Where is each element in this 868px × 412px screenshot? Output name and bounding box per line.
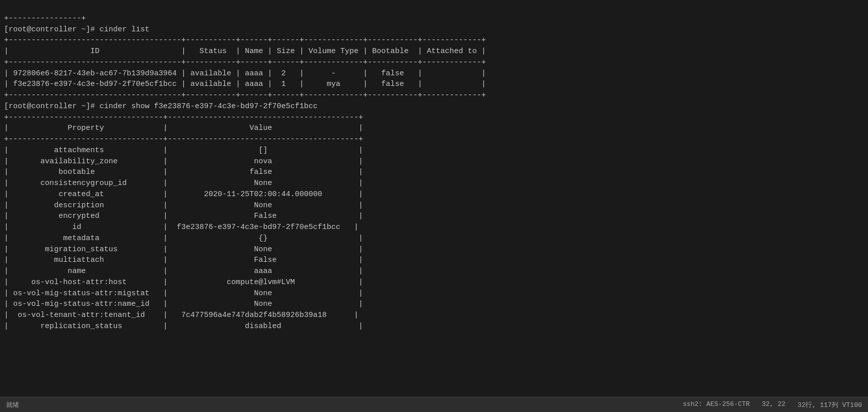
- terminal-line-2: [root@controller ~]# cinder list: [4, 25, 149, 34]
- status-encoding: ssh2: AES-256-CTR: [683, 400, 750, 409]
- terminal-line-24: | name | aaaa |: [4, 267, 363, 276]
- terminal-window[interactable]: +----------------+ [root@controller ~]# …: [0, 0, 868, 394]
- status-position: 32, 22: [762, 400, 786, 409]
- terminal-line-12: +----------------------------------+----…: [4, 135, 363, 144]
- terminal-line-8: +--------------------------------------+…: [4, 91, 486, 100]
- terminal-line-15: | bootable | false |: [4, 168, 363, 176]
- terminal-line-22: | migration_status | None |: [4, 245, 363, 254]
- terminal-line-14: | availability_zone | nova |: [4, 157, 363, 166]
- terminal-line-5: +--------------------------------------+…: [4, 58, 486, 67]
- terminal-line-19: | encrypted | False |: [4, 212, 363, 220]
- terminal-line-21: | metadata | {} |: [4, 234, 363, 243]
- status-bar: 就绪 ssh2: AES-256-CTR 32, 22 32行, 117列 VT…: [0, 397, 868, 412]
- terminal-line-1: +----------------+: [4, 14, 86, 23]
- terminal-line-3: +--------------------------------------+…: [4, 36, 486, 44]
- terminal-line-10: +----------------------------------+----…: [4, 113, 363, 122]
- terminal-line-26: | os-vol-mig-status-attr:migstat | None …: [4, 289, 363, 298]
- terminal-line-7: | f3e23876-e397-4c3e-bd97-2f70e5cf1bcc |…: [4, 80, 486, 88]
- terminal-line-11: | Property | Value |: [4, 124, 363, 132]
- terminal-line-17: | created_at | 2020-11-25T02:00:44.00000…: [4, 190, 363, 199]
- terminal-line-16: | consistencygroup_id | None |: [4, 179, 363, 188]
- terminal-line-18: | description | None |: [4, 201, 363, 210]
- terminal-line-29: | replication_status | disabled |: [4, 322, 363, 331]
- terminal-line-27: | os-vol-mig-status-attr:name_id | None …: [4, 300, 363, 308]
- status-line-info: 32行, 117列 VT100: [798, 400, 862, 409]
- terminal-line-20: | id | f3e23876-e397-4c3e-bd97-2f70e5cf1…: [4, 223, 359, 232]
- status-ready: 就绪: [6, 400, 19, 409]
- terminal-line-6: | 972806e6-8217-43eb-ac67-7b139d9a3964 |…: [4, 69, 486, 78]
- terminal-line-4: | ID | Status | Name | Size | Volume Typ…: [4, 47, 486, 56]
- terminal-line-13: | attachments | [] |: [4, 146, 363, 155]
- terminal-line-9: [root@controller ~]# cinder show f3e2387…: [4, 102, 318, 111]
- terminal-line-25: | os-vol-host-attr:host | compute@lvm#LV…: [4, 278, 363, 287]
- terminal-line-28: | os-vol-tenant-attr:tenant_id | 7c47759…: [4, 311, 359, 319]
- terminal-line-23: | multiattach | False |: [4, 256, 363, 264]
